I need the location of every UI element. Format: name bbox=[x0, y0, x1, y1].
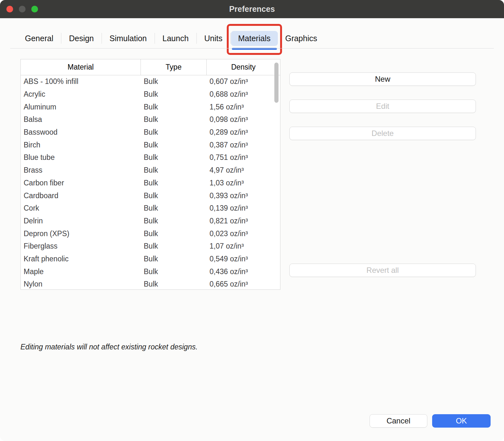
preferences-window: Preferences General Design Simulation La… bbox=[0, 0, 504, 441]
window-title: Preferences bbox=[229, 4, 275, 14]
cell-material: ABS - 100% infill bbox=[21, 77, 141, 86]
cell-density: 0,393 oz/in³ bbox=[207, 191, 280, 200]
cell-density: 0,436 oz/in³ bbox=[207, 267, 280, 276]
cell-material: Aluminum bbox=[21, 103, 141, 111]
minimize-button[interactable] bbox=[19, 6, 26, 12]
cell-material: Cardboard bbox=[21, 191, 141, 200]
table-row[interactable]: Maple Bulk 0,436 oz/in³ bbox=[21, 265, 280, 278]
close-button[interactable] bbox=[6, 6, 13, 12]
tab-separator bbox=[102, 33, 102, 44]
table-row[interactable]: Basswood Bulk 0,289 oz/in³ bbox=[21, 126, 280, 139]
titlebar: Preferences bbox=[0, 0, 504, 18]
cell-density: 0,607 oz/in³ bbox=[207, 77, 280, 86]
cell-density: 0,098 oz/in³ bbox=[207, 115, 280, 124]
tab-design[interactable]: Design bbox=[62, 31, 101, 46]
cell-density: 0,289 oz/in³ bbox=[207, 128, 280, 137]
tab-launch[interactable]: Launch bbox=[155, 31, 196, 46]
cell-type: Bulk bbox=[141, 128, 207, 137]
edit-button[interactable]: Edit bbox=[289, 100, 476, 113]
cell-density: 4,97 oz/in³ bbox=[207, 166, 280, 175]
cell-type: Bulk bbox=[141, 141, 207, 149]
cell-density: 0,139 oz/in³ bbox=[207, 204, 280, 213]
tab-separator bbox=[196, 33, 197, 44]
revert-all-button[interactable]: Revert all bbox=[289, 264, 476, 277]
cell-type: Bulk bbox=[141, 191, 207, 200]
tab-separator bbox=[61, 33, 61, 44]
table-row[interactable]: Brass Bulk 4,97 oz/in³ bbox=[21, 164, 280, 177]
cell-material: Carbon fiber bbox=[21, 179, 141, 187]
cell-density: 0,387 oz/in³ bbox=[207, 141, 280, 149]
table-row[interactable]: Cork Bulk 0,139 oz/in³ bbox=[21, 202, 280, 215]
tab-bar-divider bbox=[10, 48, 494, 49]
cell-material: Brass bbox=[21, 166, 141, 175]
materials-table-body: ABS - 100% infill Bulk 0,607 oz/in³ Acry… bbox=[21, 75, 280, 290]
table-row[interactable]: Fiberglass Bulk 1,07 oz/in³ bbox=[21, 240, 280, 253]
column-header-density: Density bbox=[207, 59, 280, 75]
cell-material: Balsa bbox=[21, 115, 141, 124]
column-header-material: Material bbox=[21, 59, 141, 75]
cell-type: Bulk bbox=[141, 255, 207, 263]
table-row[interactable]: Aluminum Bulk 1,56 oz/in³ bbox=[21, 101, 280, 113]
cell-density: 1,07 oz/in³ bbox=[207, 242, 280, 250]
tab-bar: General Design Simulation Launch Units M… bbox=[18, 31, 325, 46]
cell-material: Birch bbox=[21, 141, 141, 149]
column-header-type: Type bbox=[141, 59, 207, 75]
cancel-button[interactable]: Cancel bbox=[370, 414, 427, 428]
tab-simulation[interactable]: Simulation bbox=[102, 31, 154, 46]
tab-general[interactable]: General bbox=[18, 31, 61, 46]
cell-type: Bulk bbox=[141, 204, 207, 213]
editing-note: Editing materials will not affect existi… bbox=[20, 343, 198, 351]
vertical-scrollbar-thumb[interactable] bbox=[274, 63, 279, 103]
cell-material: Fiberglass bbox=[21, 242, 141, 250]
cell-type: Bulk bbox=[141, 77, 207, 86]
table-row[interactable]: Nylon Bulk 0,665 oz/in³ bbox=[21, 278, 280, 290]
zoom-button[interactable] bbox=[31, 6, 38, 12]
cell-material: Delrin bbox=[21, 217, 141, 225]
cell-type: Bulk bbox=[141, 153, 207, 162]
cell-material: Cork bbox=[21, 204, 141, 213]
cell-type: Bulk bbox=[141, 217, 207, 225]
tab-separator bbox=[230, 33, 231, 44]
cell-type: Bulk bbox=[141, 166, 207, 175]
tab-graphics[interactable]: Graphics bbox=[278, 31, 325, 46]
ok-button[interactable]: OK bbox=[432, 414, 491, 428]
cell-density: 0,821 oz/in³ bbox=[207, 217, 280, 225]
delete-button[interactable]: Delete bbox=[289, 127, 476, 140]
cell-type: Bulk bbox=[141, 103, 207, 111]
cell-material: Basswood bbox=[21, 128, 141, 137]
cell-density: 1,03 oz/in³ bbox=[207, 179, 280, 187]
table-row[interactable]: Blue tube Bulk 0,751 oz/in³ bbox=[21, 151, 280, 164]
cell-material: Depron (XPS) bbox=[21, 229, 141, 238]
cell-material: Blue tube bbox=[21, 153, 141, 162]
table-row[interactable]: ABS - 100% infill Bulk 0,607 oz/in³ bbox=[21, 75, 280, 88]
cell-type: Bulk bbox=[141, 267, 207, 276]
cell-material: Acrylic bbox=[21, 90, 141, 99]
cell-density: 0,665 oz/in³ bbox=[207, 280, 280, 288]
cell-type: Bulk bbox=[141, 242, 207, 250]
cell-type: Bulk bbox=[141, 229, 207, 238]
table-row[interactable]: Cardboard Bulk 0,393 oz/in³ bbox=[21, 189, 280, 202]
table-row[interactable]: Balsa Bulk 0,098 oz/in³ bbox=[21, 113, 280, 126]
table-row[interactable]: Carbon fiber Bulk 1,03 oz/in³ bbox=[21, 177, 280, 190]
table-row[interactable]: Delrin Bulk 0,821 oz/in³ bbox=[21, 215, 280, 228]
table-row[interactable]: Birch Bulk 0,387 oz/in³ bbox=[21, 138, 280, 151]
new-button[interactable]: New bbox=[289, 72, 476, 86]
tab-materials[interactable]: Materials bbox=[231, 31, 278, 46]
cell-type: Bulk bbox=[141, 280, 207, 288]
traffic-lights bbox=[6, 0, 38, 18]
tab-materials-label: Materials bbox=[238, 34, 271, 43]
cell-type: Bulk bbox=[141, 115, 207, 124]
cell-density: 0,023 oz/in³ bbox=[207, 229, 280, 238]
cell-type: Bulk bbox=[141, 179, 207, 187]
cell-material: Maple bbox=[21, 267, 141, 276]
cell-density: 0,751 oz/in³ bbox=[207, 153, 280, 162]
tab-units[interactable]: Units bbox=[197, 31, 230, 46]
cell-density: 0,549 oz/in³ bbox=[207, 255, 280, 263]
cell-type: Bulk bbox=[141, 90, 207, 99]
cell-density: 0,688 oz/in³ bbox=[207, 90, 280, 99]
table-row[interactable]: Kraft phenolic Bulk 0,549 oz/in³ bbox=[21, 253, 280, 265]
table-row[interactable]: Depron (XPS) Bulk 0,023 oz/in³ bbox=[21, 227, 280, 240]
table-row[interactable]: Acrylic Bulk 0,688 oz/in³ bbox=[21, 88, 280, 101]
cell-material: Nylon bbox=[21, 280, 141, 288]
materials-table: Material Type Density ABS - 100% infill … bbox=[20, 59, 280, 290]
